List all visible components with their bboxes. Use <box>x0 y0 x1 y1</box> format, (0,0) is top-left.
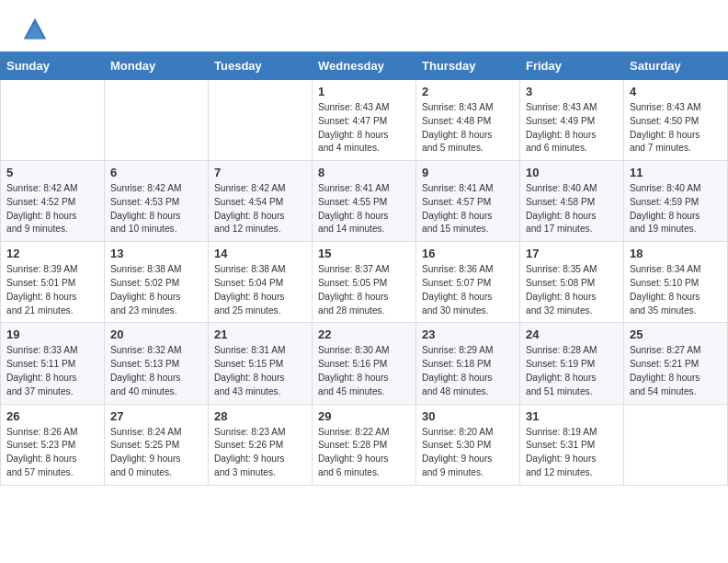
day-info: Sunrise: 8:36 AM Sunset: 5:07 PM Dayligh… <box>422 263 514 317</box>
day-info: Sunrise: 8:42 AM Sunset: 4:54 PM Dayligh… <box>214 182 306 236</box>
day-number: 28 <box>214 409 306 423</box>
day-info: Sunrise: 8:28 AM Sunset: 5:19 PM Dayligh… <box>526 344 618 398</box>
calendar-cell: 11Sunrise: 8:40 AM Sunset: 4:59 PM Dayli… <box>624 161 728 242</box>
calendar-cell: 5Sunrise: 8:42 AM Sunset: 4:52 PM Daylig… <box>1 161 105 242</box>
calendar-table: SundayMondayTuesdayWednesdayThursdayFrid… <box>0 52 728 486</box>
day-info: Sunrise: 8:41 AM Sunset: 4:55 PM Dayligh… <box>318 182 410 236</box>
calendar-cell: 22Sunrise: 8:30 AM Sunset: 5:16 PM Dayli… <box>313 323 416 404</box>
day-number: 17 <box>526 247 618 260</box>
calendar-cell: 28Sunrise: 8:23 AM Sunset: 5:26 PM Dayli… <box>209 404 313 485</box>
calendar-cell: 14Sunrise: 8:38 AM Sunset: 5:04 PM Dayli… <box>209 242 313 323</box>
day-info: Sunrise: 8:38 AM Sunset: 5:02 PM Dayligh… <box>110 263 202 317</box>
calendar-cell: 18Sunrise: 8:34 AM Sunset: 5:10 PM Dayli… <box>624 242 728 323</box>
day-number: 30 <box>422 409 514 423</box>
day-number: 24 <box>526 327 618 341</box>
day-number: 12 <box>6 247 98 260</box>
day-number: 10 <box>526 166 618 179</box>
day-info: Sunrise: 8:22 AM Sunset: 5:28 PM Dayligh… <box>318 426 410 480</box>
calendar-cell: 21Sunrise: 8:31 AM Sunset: 5:15 PM Dayli… <box>209 323 313 404</box>
day-info: Sunrise: 8:19 AM Sunset: 5:31 PM Dayligh… <box>526 426 618 480</box>
day-info: Sunrise: 8:42 AM Sunset: 4:52 PM Dayligh… <box>6 182 98 236</box>
day-number: 6 <box>110 166 202 179</box>
calendar-cell: 9Sunrise: 8:41 AM Sunset: 4:57 PM Daylig… <box>416 161 520 242</box>
calendar-cell: 17Sunrise: 8:35 AM Sunset: 5:08 PM Dayli… <box>520 242 624 323</box>
calendar-cell: 16Sunrise: 8:36 AM Sunset: 5:07 PM Dayli… <box>416 242 520 323</box>
calendar-cell: 24Sunrise: 8:28 AM Sunset: 5:19 PM Dayli… <box>520 323 624 404</box>
day-number: 16 <box>422 247 514 260</box>
day-info: Sunrise: 8:41 AM Sunset: 4:57 PM Dayligh… <box>422 182 514 236</box>
calendar-cell <box>105 80 209 161</box>
calendar-cell: 8Sunrise: 8:41 AM Sunset: 4:55 PM Daylig… <box>313 161 416 242</box>
day-info: Sunrise: 8:38 AM Sunset: 5:04 PM Dayligh… <box>214 263 306 317</box>
calendar-cell: 3Sunrise: 8:43 AM Sunset: 4:49 PM Daylig… <box>520 80 624 161</box>
calendar-cell: 6Sunrise: 8:42 AM Sunset: 4:53 PM Daylig… <box>105 161 209 242</box>
calendar-cell: 4Sunrise: 8:43 AM Sunset: 4:50 PM Daylig… <box>624 80 728 161</box>
calendar-week-row: 19Sunrise: 8:33 AM Sunset: 5:11 PM Dayli… <box>1 323 728 404</box>
calendar-cell: 15Sunrise: 8:37 AM Sunset: 5:05 PM Dayli… <box>313 242 416 323</box>
day-number: 9 <box>422 166 514 179</box>
day-number: 27 <box>110 409 202 423</box>
day-info: Sunrise: 8:30 AM Sunset: 5:16 PM Dayligh… <box>318 344 410 398</box>
calendar-cell: 20Sunrise: 8:32 AM Sunset: 5:13 PM Dayli… <box>105 323 209 404</box>
day-number: 29 <box>318 409 410 423</box>
day-number: 23 <box>422 327 514 341</box>
day-number: 13 <box>110 247 202 260</box>
day-number: 4 <box>630 85 722 98</box>
calendar-week-row: 12Sunrise: 8:39 AM Sunset: 5:01 PM Dayli… <box>1 242 728 323</box>
calendar-cell: 2Sunrise: 8:43 AM Sunset: 4:48 PM Daylig… <box>416 80 520 161</box>
day-info: Sunrise: 8:43 AM Sunset: 4:50 PM Dayligh… <box>630 101 722 155</box>
calendar-cell: 10Sunrise: 8:40 AM Sunset: 4:58 PM Dayli… <box>520 161 624 242</box>
day-info: Sunrise: 8:32 AM Sunset: 5:13 PM Dayligh… <box>110 344 202 398</box>
calendar-cell: 25Sunrise: 8:27 AM Sunset: 5:21 PM Dayli… <box>624 323 728 404</box>
calendar-cell: 13Sunrise: 8:38 AM Sunset: 5:02 PM Dayli… <box>105 242 209 323</box>
day-info: Sunrise: 8:43 AM Sunset: 4:47 PM Dayligh… <box>318 101 410 155</box>
day-number: 20 <box>110 327 202 341</box>
day-info: Sunrise: 8:27 AM Sunset: 5:21 PM Dayligh… <box>630 344 722 398</box>
calendar-cell: 31Sunrise: 8:19 AM Sunset: 5:31 PM Dayli… <box>520 404 624 485</box>
calendar-header-row: SundayMondayTuesdayWednesdayThursdayFrid… <box>1 52 728 80</box>
calendar-cell: 29Sunrise: 8:22 AM Sunset: 5:28 PM Dayli… <box>313 404 416 485</box>
logo <box>22 17 51 42</box>
day-number: 2 <box>422 85 514 98</box>
day-info: Sunrise: 8:20 AM Sunset: 5:30 PM Dayligh… <box>422 426 514 480</box>
day-info: Sunrise: 8:33 AM Sunset: 5:11 PM Dayligh… <box>6 344 98 398</box>
day-number: 1 <box>318 85 410 98</box>
calendar-week-row: 1Sunrise: 8:43 AM Sunset: 4:47 PM Daylig… <box>1 80 728 161</box>
day-info: Sunrise: 8:31 AM Sunset: 5:15 PM Dayligh… <box>214 344 306 398</box>
day-of-week-header: Sunday <box>1 52 105 80</box>
page-header <box>0 0 728 52</box>
day-of-week-header: Tuesday <box>209 52 313 80</box>
day-of-week-header: Thursday <box>416 52 520 80</box>
day-info: Sunrise: 8:39 AM Sunset: 5:01 PM Dayligh… <box>6 263 98 317</box>
day-number: 19 <box>6 327 98 341</box>
calendar-cell: 7Sunrise: 8:42 AM Sunset: 4:54 PM Daylig… <box>209 161 313 242</box>
day-number: 31 <box>526 409 618 423</box>
logo-icon <box>22 17 48 42</box>
day-of-week-header: Monday <box>105 52 209 80</box>
day-info: Sunrise: 8:34 AM Sunset: 5:10 PM Dayligh… <box>630 263 722 317</box>
day-info: Sunrise: 8:24 AM Sunset: 5:25 PM Dayligh… <box>110 426 202 480</box>
day-number: 21 <box>214 327 306 341</box>
day-number: 22 <box>318 327 410 341</box>
day-number: 15 <box>318 247 410 260</box>
day-number: 7 <box>214 166 306 179</box>
day-number: 18 <box>630 247 722 260</box>
calendar-cell: 19Sunrise: 8:33 AM Sunset: 5:11 PM Dayli… <box>1 323 105 404</box>
day-info: Sunrise: 8:35 AM Sunset: 5:08 PM Dayligh… <box>526 263 618 317</box>
calendar-cell <box>209 80 313 161</box>
day-info: Sunrise: 8:23 AM Sunset: 5:26 PM Dayligh… <box>214 426 306 480</box>
day-info: Sunrise: 8:37 AM Sunset: 5:05 PM Dayligh… <box>318 263 410 317</box>
day-info: Sunrise: 8:29 AM Sunset: 5:18 PM Dayligh… <box>422 344 514 398</box>
calendar-cell: 12Sunrise: 8:39 AM Sunset: 5:01 PM Dayli… <box>1 242 105 323</box>
calendar-week-row: 5Sunrise: 8:42 AM Sunset: 4:52 PM Daylig… <box>1 161 728 242</box>
day-number: 26 <box>6 409 98 423</box>
day-info: Sunrise: 8:40 AM Sunset: 4:59 PM Dayligh… <box>630 182 722 236</box>
calendar-cell: 26Sunrise: 8:26 AM Sunset: 5:23 PM Dayli… <box>1 404 105 485</box>
day-number: 8 <box>318 166 410 179</box>
day-of-week-header: Friday <box>520 52 624 80</box>
day-info: Sunrise: 8:26 AM Sunset: 5:23 PM Dayligh… <box>6 426 98 480</box>
day-info: Sunrise: 8:42 AM Sunset: 4:53 PM Dayligh… <box>110 182 202 236</box>
calendar-cell <box>624 404 728 485</box>
day-number: 3 <box>526 85 618 98</box>
day-number: 25 <box>630 327 722 341</box>
